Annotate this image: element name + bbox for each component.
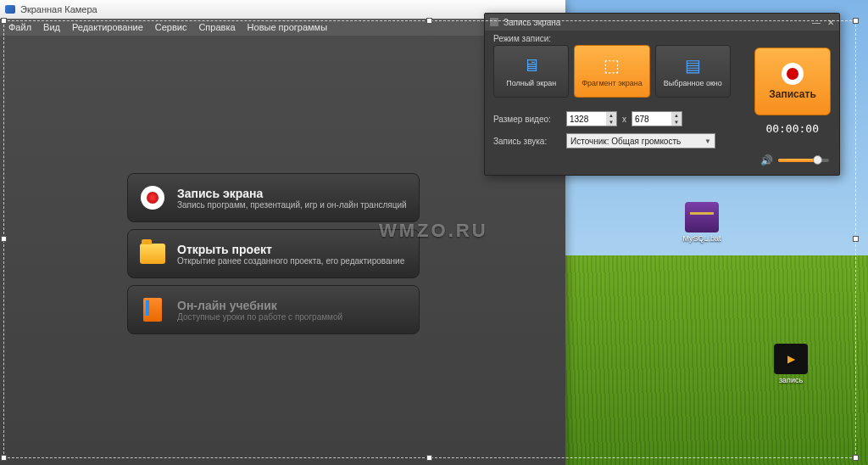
- desktop-icon-label: MySQL.bat: [678, 234, 726, 243]
- volume-control: 🔊: [760, 154, 829, 166]
- record-dot-icon: [782, 63, 804, 85]
- desktop-icon-label: запись: [767, 376, 815, 384]
- rar-icon: [685, 202, 719, 232]
- handle-mid-left[interactable]: [1, 236, 7, 242]
- crop-icon: ⬚: [604, 55, 620, 76]
- handle-top-right[interactable]: [853, 18, 859, 24]
- handle-bottom-right[interactable]: [853, 455, 859, 461]
- window-icon: ▤: [685, 55, 701, 76]
- app-icon: [5, 5, 15, 14]
- app-title: Экранная Камера: [20, 4, 97, 14]
- card-title: Он-лайн учебник: [177, 299, 342, 312]
- card-subtitle: Доступные уроки по работе с программой: [177, 312, 342, 322]
- size-separator: x: [622, 115, 626, 124]
- menu-new-programs[interactable]: Новые программы: [242, 20, 332, 34]
- height-input-wrap: ▲▼: [632, 111, 682, 126]
- main-window: Экранная Камера Файл Вид Редактирование …: [0, 0, 565, 465]
- record-settings-popup: Запись экрана — ✕ Режим записи: 🖥 Полный…: [484, 13, 840, 176]
- popup-title: Запись экрана: [504, 18, 560, 27]
- mode-buttons: 🖥 Полный экран ⬚ Фрагмент экрана ▤ Выбра…: [485, 45, 739, 98]
- menu-service[interactable]: Сервис: [150, 20, 192, 34]
- card-title: Открыть проект: [177, 243, 404, 256]
- desktop-icon-rar[interactable]: MySQL.bat: [678, 202, 726, 243]
- mode-label: Режим записи:: [485, 31, 839, 45]
- mode-label: Фрагмент экрана: [581, 79, 642, 87]
- menu-view[interactable]: Вид: [38, 20, 65, 34]
- record-button[interactable]: Записать: [754, 48, 831, 115]
- sound-row: Запись звука: Источник: Общая громкость …: [485, 130, 748, 152]
- card-subtitle: Запись программ, презентаций, игр и он-л…: [177, 200, 407, 210]
- main-body: Запись экрана Запись программ, презентац…: [0, 36, 565, 465]
- media-icon: [774, 344, 808, 374]
- monitor-icon: 🖥: [523, 56, 540, 76]
- chevron-down-icon: ▼: [704, 137, 711, 145]
- record-button-label: Записать: [769, 88, 816, 100]
- handle-top-left[interactable]: [1, 18, 7, 24]
- handle-top-mid[interactable]: [426, 18, 432, 24]
- mode-fragment[interactable]: ⬚ Фрагмент экрана: [574, 45, 649, 98]
- handle-bottom-mid[interactable]: [426, 455, 432, 461]
- menu-edit[interactable]: Редактирование: [67, 20, 148, 34]
- sound-label: Запись звука:: [493, 137, 561, 146]
- book-icon: [138, 295, 167, 324]
- timer: 00:00:00: [765, 122, 819, 135]
- size-row: Размер видео: ▲▼ x ▲▼: [485, 108, 748, 130]
- handle-mid-right[interactable]: [853, 236, 859, 242]
- mode-label: Выбранное окно: [664, 79, 722, 87]
- width-input[interactable]: [567, 115, 606, 124]
- menubar: Файл Вид Редактирование Сервис Справка Н…: [0, 19, 565, 36]
- menu-file[interactable]: Файл: [3, 20, 36, 34]
- desktop-icon-media[interactable]: запись: [767, 344, 815, 384]
- speaker-icon: 🔊: [760, 154, 773, 166]
- card-open-project[interactable]: Открыть проект Открытие ранее созданного…: [127, 229, 420, 278]
- height-spinner[interactable]: ▲▼: [671, 112, 682, 126]
- height-input[interactable]: [632, 115, 671, 124]
- menu-help[interactable]: Справка: [193, 20, 240, 34]
- width-input-wrap: ▲▼: [566, 111, 617, 126]
- handle-bottom-left[interactable]: [1, 455, 7, 461]
- volume-slider[interactable]: [778, 159, 829, 162]
- volume-thumb[interactable]: [813, 155, 822, 165]
- mode-window[interactable]: ▤ Выбранное окно: [655, 45, 731, 98]
- card-record-screen[interactable]: Запись экрана Запись программ, презентац…: [127, 173, 420, 222]
- popup-icon: [490, 18, 498, 26]
- close-button[interactable]: ✕: [827, 18, 834, 27]
- card-subtitle: Открытие ранее созданного проекта, его р…: [177, 256, 404, 266]
- width-spinner[interactable]: ▲▼: [606, 112, 616, 126]
- sound-source-dropdown[interactable]: Источник: Общая громкость ▼: [566, 133, 715, 148]
- mode-label: Полный экран: [506, 79, 556, 87]
- minimize-button[interactable]: —: [812, 18, 821, 27]
- sound-source-value: Источник: Общая громкость: [570, 137, 681, 146]
- card-title: Запись экрана: [177, 187, 407, 200]
- folder-icon: [138, 239, 167, 268]
- popup-titlebar[interactable]: Запись экрана — ✕: [485, 14, 839, 31]
- titlebar[interactable]: Экранная Камера: [0, 0, 565, 19]
- mode-full-screen[interactable]: 🖥 Полный экран: [493, 45, 569, 98]
- record-icon: [138, 183, 167, 212]
- card-online-tutorial[interactable]: Он-лайн учебник Доступные уроки по работ…: [127, 285, 420, 334]
- size-label: Размер видео:: [493, 115, 561, 124]
